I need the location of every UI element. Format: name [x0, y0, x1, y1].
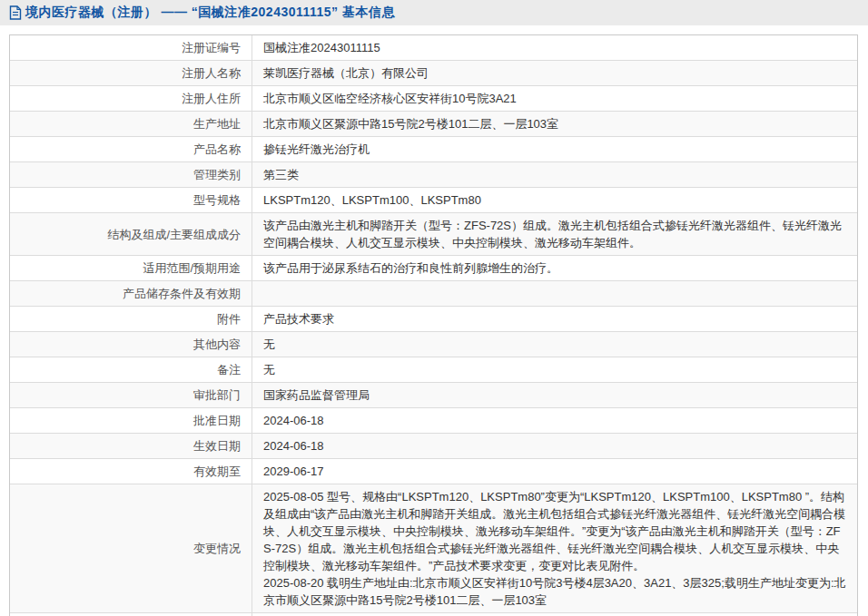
row-label: 型号规格	[10, 188, 252, 212]
table-row-production-address: 生产地址 北京市顺义区聚源中路15号院2号楼101二层、一层103室	[10, 112, 857, 137]
row-value: 无	[252, 332, 857, 357]
row-value: 北京市顺义区聚源中路15号院2号楼101二层、一层103室	[252, 112, 857, 136]
row-label: 结构及组成/主要组成成分	[10, 213, 252, 255]
row-value: LKSPTm120、LKSPTm100、LKSPTm80	[252, 188, 857, 212]
table-row-attachments: 附件 产品技术要求	[10, 307, 857, 332]
row-value: 莱凯医疗器械（北京）有限公司	[252, 61, 857, 85]
table-row-approval-department: 审批部门 国家药品监督管理局	[10, 383, 857, 408]
table-row-registrant-address: 注册人住所 北京市顺义区临空经济核心区安祥街10号院3A21	[10, 86, 857, 112]
row-value: 该产品由激光主机和脚踏开关（型号：ZFS-72S）组成。激光主机包括组合式掺铥光…	[252, 213, 857, 255]
row-value: 2029-06-17	[252, 459, 857, 484]
table-row-storage-conditions: 产品储存条件及有效期	[10, 281, 857, 307]
table-row-model-spec: 型号规格 LKSPTm120、LKSPTm100、LKSPTm80	[10, 188, 857, 213]
row-label: 管理类别	[10, 162, 252, 187]
row-value: 国械注准20243011115	[252, 35, 857, 60]
page-header: 境内医疗器械（注册） —— “国械注准20243011115” 基本信息	[0, 0, 868, 25]
row-label: 产品储存条件及有效期	[10, 281, 252, 306]
row-value: 北京市顺义区临空经济核心区安祥街10号院3A21	[252, 86, 857, 111]
table-row-other-content: 其他内容 无	[10, 332, 857, 357]
table-row-change-history: 变更情况 2025-08-05 型号、规格由“LKSPTm120、LKSPTm8…	[10, 484, 857, 613]
registration-info-table: 注册证编号 国械注准20243011115 注册人名称 莱凯医疗器械（北京）有限…	[9, 34, 858, 616]
row-label: 生产地址	[10, 112, 252, 136]
row-label: 注册证编号	[10, 35, 252, 60]
row-label: 产品名称	[10, 137, 252, 161]
row-value	[252, 281, 857, 306]
table-row-approval-date: 批准日期 2024-06-18	[10, 408, 857, 434]
table-row-management-category: 管理类别 第三类	[10, 162, 857, 188]
row-label: 批准日期	[10, 408, 252, 433]
table-row-intended-use: 适用范围/预期用途 该产品用于泌尿系结石的治疗和良性前列腺增生的治疗。	[10, 256, 857, 281]
table-row-structure-composition: 结构及组成/主要组成成分 该产品由激光主机和脚踏开关（型号：ZFS-72S）组成…	[10, 213, 857, 256]
row-label: 其他内容	[10, 332, 252, 357]
row-value: 2024-06-18	[252, 434, 857, 458]
table-row-registration-number: 注册证编号 国械注准20243011115	[10, 35, 857, 61]
row-label: 附件	[10, 307, 252, 331]
row-value: 该产品用于泌尿系结石的治疗和良性前列腺增生的治疗。	[252, 256, 857, 280]
row-label: 注册人名称	[10, 61, 252, 85]
page-title: 境内医疗器械（注册） —— “国械注准20243011115” 基本信息	[25, 5, 395, 21]
row-label: 注册人住所	[10, 86, 252, 111]
table-row-product-name: 产品名称 掺铥光纤激光治疗机	[10, 137, 857, 162]
row-value: 2024-06-18	[252, 408, 857, 433]
row-value: 国家药品监督管理局	[252, 383, 857, 407]
row-label: 备注	[10, 357, 252, 382]
row-value: 2025-08-05 型号、规格由“LKSPTm120、LKSPTm80”变更为…	[252, 484, 857, 612]
row-label: 生效日期	[10, 434, 252, 458]
document-icon	[9, 5, 22, 20]
table-row-expiry-date: 有效期至 2029-06-17	[10, 459, 857, 484]
row-value: 产品技术要求	[252, 307, 857, 331]
row-label: 适用范围/预期用途	[10, 256, 252, 280]
row-label: 审批部门	[10, 383, 252, 407]
table-row-remarks: 备注 无	[10, 357, 857, 383]
row-value: 无	[252, 357, 857, 382]
row-value: 掺铥光纤激光治疗机	[252, 137, 857, 161]
row-label: 有效期至	[10, 459, 252, 484]
row-value: 第三类	[252, 162, 857, 187]
table-row-registrant-name: 注册人名称 莱凯医疗器械（北京）有限公司	[10, 61, 857, 86]
row-label: 变更情况	[10, 484, 252, 612]
table-row-effective-date: 生效日期 2024-06-18	[10, 434, 857, 459]
